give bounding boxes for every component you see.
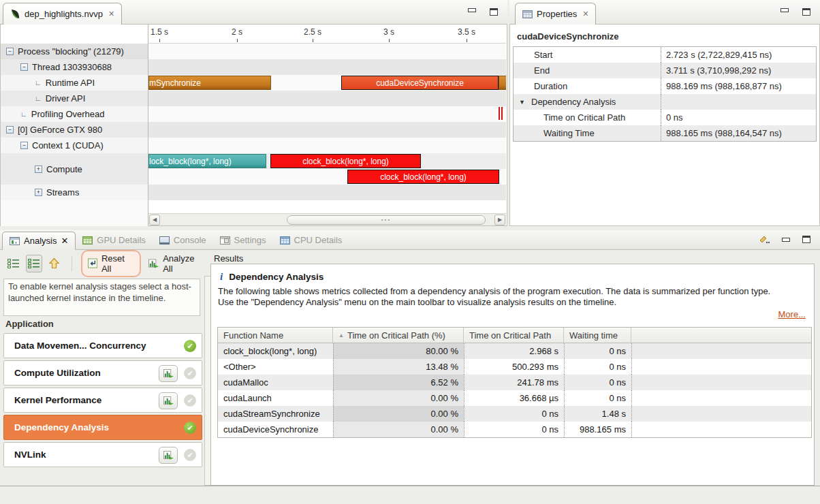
analyze-all-button[interactable]: Analyze All bbox=[144, 251, 208, 276]
analysis-card-compute-utilization[interactable]: Compute Utilization✔ bbox=[3, 360, 202, 385]
column-header-label: Function Name bbox=[223, 330, 283, 341]
column-header-time-on-critical-path[interactable]: Time on Critical Path bbox=[464, 328, 564, 343]
table-row[interactable]: cudaMalloc6.52 %241.78 ms0 ns bbox=[218, 375, 811, 390]
tab-cpu-details[interactable]: CPU Details bbox=[273, 231, 349, 249]
tree-row[interactable]: −[0] GeForce GTX 980 bbox=[1, 122, 148, 138]
collapse-icon[interactable]: − bbox=[20, 63, 28, 71]
tree-row[interactable]: −Thread 1303930688 bbox=[1, 59, 148, 75]
maximize-icon[interactable] bbox=[802, 8, 810, 16]
horizontal-scrollbar[interactable]: ◀ ▶ ••• bbox=[148, 213, 506, 225]
tab-label: GPU Details bbox=[97, 235, 146, 245]
ruler-tick-label: 3 s bbox=[383, 27, 394, 37]
more-link[interactable]: More... bbox=[778, 309, 806, 319]
tree-row[interactable]: +Streams bbox=[1, 185, 148, 200]
tree-row-label: Streams bbox=[46, 187, 79, 198]
expand-icon[interactable]: + bbox=[35, 166, 42, 173]
property-name: Time on Critical Path bbox=[543, 112, 625, 123]
tab-dep-highlights[interactable]: dep_highlights.nvvp ✕ bbox=[3, 3, 122, 25]
tab-settings[interactable]: Settings bbox=[213, 231, 273, 249]
run-analysis-button[interactable] bbox=[159, 392, 178, 409]
maximize-icon[interactable] bbox=[802, 236, 810, 243]
property-value bbox=[661, 94, 816, 110]
minimize-icon[interactable] bbox=[780, 8, 789, 12]
application-section-label: Application bbox=[5, 319, 54, 329]
timeline-bar-msynchronize[interactable]: mSynchronize bbox=[148, 76, 271, 90]
property-name: Dependency Analysis bbox=[531, 97, 616, 107]
property-label: End bbox=[514, 63, 661, 78]
analysis-card-kernel-performance[interactable]: Kernel Performance✔ bbox=[3, 388, 202, 413]
property-name: Duration bbox=[534, 81, 567, 91]
guided-analysis-icon[interactable] bbox=[26, 255, 43, 272]
timeline-bar-segment[interactable] bbox=[499, 76, 506, 90]
timeline-lane-lane-profiling bbox=[148, 106, 506, 122]
maximize-icon[interactable] bbox=[490, 8, 498, 16]
analysis-card-nvlink[interactable]: NVLink✔ bbox=[3, 442, 202, 467]
column-header-time-on-critical-path-[interactable]: ▲Time on Critical Path (%) bbox=[333, 328, 464, 343]
done-check-icon: ✔ bbox=[184, 340, 196, 352]
expand-icon[interactable]: + bbox=[35, 189, 42, 196]
collapse-icon[interactable]: − bbox=[6, 48, 14, 55]
tree-row-label: Driver API bbox=[46, 93, 86, 104]
run-analysis-button[interactable] bbox=[159, 447, 178, 464]
timeline-bar-clock-block-long-long-[interactable]: clock_block(long*, long) bbox=[347, 170, 499, 184]
timeline-lane-lane-thread bbox=[148, 59, 506, 75]
property-label: Time on Critical Path bbox=[514, 110, 661, 125]
scroll-right-icon[interactable]: ▶ bbox=[494, 215, 505, 225]
tab-label: CPU Details bbox=[294, 235, 343, 245]
table-row[interactable]: <Other>13.48 %500.293 ms0 ns bbox=[218, 359, 811, 375]
unguided-analysis-icon[interactable] bbox=[5, 255, 22, 272]
collapse-icon[interactable]: − bbox=[6, 126, 14, 133]
minimize-icon[interactable] bbox=[468, 8, 476, 12]
property-row: Duration988.169 ms (988,168,877 ns) bbox=[514, 78, 816, 94]
analysis-toolbar: Reset All Analyze All bbox=[0, 251, 208, 276]
analysis-card-dependency-analysis[interactable]: Dependency Analysis✔ bbox=[3, 415, 202, 440]
up-level-arrow-icon[interactable] bbox=[46, 255, 63, 272]
view-menu-pencil-icon[interactable] bbox=[758, 235, 770, 244]
timeline-bar-lock-block-long-long-[interactable]: lock_block(long*, long) bbox=[148, 154, 266, 168]
table-row[interactable]: cudaLaunch0.00 %36.668 µs0 ns bbox=[218, 390, 811, 406]
timeline-lane-compute-1: lock_block(long*, long)clock_block(long*… bbox=[148, 153, 506, 169]
analysis-card-data-movemen-concurrency[interactable]: Data Movemen... Concurrency✔ bbox=[3, 333, 202, 358]
minimize-icon[interactable] bbox=[782, 238, 790, 242]
reset-all-button[interactable]: Reset All bbox=[81, 250, 141, 277]
property-row: Waiting Time988.165 ms (988,164,547 ns) bbox=[514, 125, 816, 141]
close-icon[interactable]: ✕ bbox=[61, 236, 68, 246]
column-header-waiting-time[interactable]: Waiting time bbox=[564, 328, 631, 343]
table-cell: 2.968 s bbox=[464, 343, 564, 359]
run-analysis-button[interactable] bbox=[159, 365, 178, 382]
table-row[interactable]: cudaDeviceSynchronize0.00 %0 ns988.165 m… bbox=[218, 422, 811, 437]
tree-row[interactable]: −Process "blocking" (21279) bbox=[1, 44, 148, 59]
tree-row-label: Process "blocking" (21279) bbox=[18, 46, 124, 57]
close-icon[interactable]: ✕ bbox=[582, 10, 588, 18]
bottom-tabstrip: Analysis✕GPU DetailsConsoleSettingsCPU D… bbox=[0, 230, 820, 250]
column-header-function-name[interactable]: Function Name bbox=[218, 328, 333, 343]
tab-properties[interactable]: Properties ✕ bbox=[515, 3, 596, 25]
tree-row-label: Context 1 (CUDA) bbox=[32, 140, 104, 151]
tree-row[interactable]: ∟Runtime API bbox=[1, 75, 148, 91]
tree-row[interactable]: ∟Driver API bbox=[1, 91, 148, 106]
property-value: 988.169 ms (988,168,877 ns) bbox=[661, 78, 816, 94]
scroll-left-icon[interactable]: ◀ bbox=[149, 215, 160, 225]
table-cell: 988.165 ms bbox=[564, 422, 631, 437]
table-cell: 80.00 % bbox=[333, 343, 464, 359]
tree-row[interactable]: ∟Profiling Overhead bbox=[1, 106, 148, 122]
close-icon[interactable]: ✕ bbox=[108, 10, 114, 18]
tab-analysis[interactable]: Analysis✕ bbox=[2, 232, 76, 250]
collapse-arrow-icon[interactable]: ▼ bbox=[519, 99, 526, 106]
scrollbar-thumb[interactable]: ••• bbox=[287, 215, 486, 225]
tab-gpu-details[interactable]: GPU Details bbox=[76, 231, 153, 249]
table-row[interactable]: cudaStreamSynchronize0.00 %0 ns1.48 s bbox=[218, 406, 811, 422]
tree-row[interactable]: −Context 1 (CUDA) bbox=[1, 138, 148, 153]
table-row[interactable]: clock_block(long*, long)80.00 %2.968 s0 … bbox=[218, 343, 811, 359]
tab-console[interactable]: Console bbox=[153, 231, 213, 249]
overhead-marker[interactable] bbox=[499, 107, 500, 120]
timeline-bar-clock-block-long-long-[interactable]: clock_block(long*, long) bbox=[270, 154, 421, 168]
sort-ascending-icon: ▲ bbox=[338, 332, 344, 338]
tree-row[interactable]: +Compute bbox=[1, 153, 148, 185]
collapse-icon[interactable]: − bbox=[20, 142, 28, 149]
overhead-marker[interactable] bbox=[501, 107, 503, 120]
cpu-table-icon bbox=[280, 236, 290, 245]
ruler-tick-mark bbox=[159, 39, 160, 42]
timeline-bar-cudadevicesynchronize[interactable]: cudaDeviceSynchronize bbox=[341, 76, 499, 90]
ruler-tick-label: 3.5 s bbox=[458, 27, 475, 37]
